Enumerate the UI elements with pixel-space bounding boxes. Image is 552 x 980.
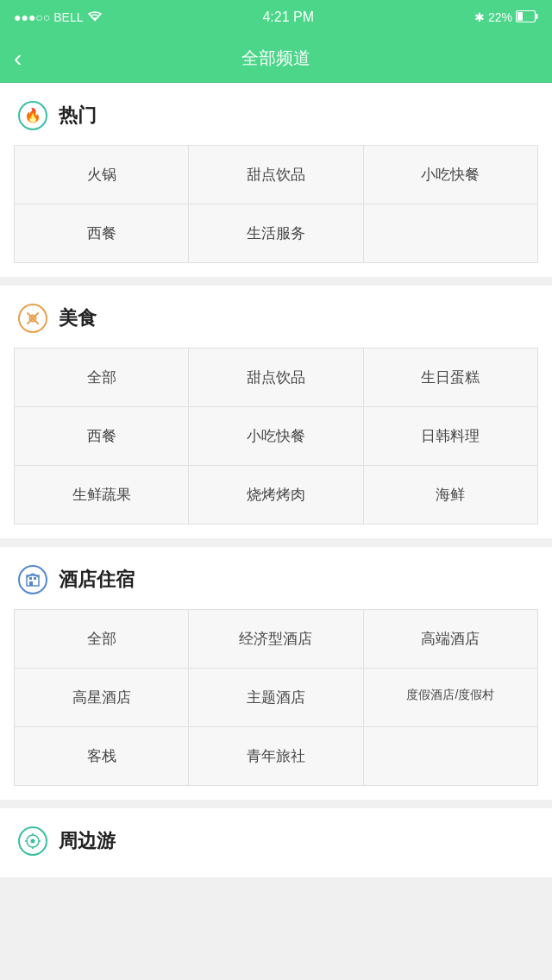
- section-hot-title: 热门: [59, 103, 97, 129]
- grid-item[interactable]: 生活服务: [189, 204, 362, 262]
- svg-text:🔥: 🔥: [24, 107, 41, 123]
- section-hotel-header: 酒店住宿: [0, 547, 552, 609]
- food-grid: 全部 甜点饮品 生日蛋糕 西餐 小吃快餐 日韩料理 生鲜蔬果 烧烤烤肉 海鲜: [14, 348, 538, 525]
- svg-rect-11: [29, 581, 33, 586]
- nearby-icon: [17, 826, 48, 857]
- grid-item[interactable]: 甜点饮品: [189, 349, 362, 406]
- grid-item[interactable]: 小吃快餐: [189, 407, 362, 465]
- section-food: 美食 全部 甜点饮品 生日蛋糕 西餐 小吃快餐 日韩料理 生鲜蔬果 烧烤烤肉 海…: [0, 286, 552, 538]
- grid-item[interactable]: 甜点饮品: [189, 146, 362, 204]
- signal-dots: ●●●○○: [14, 10, 50, 24]
- grid-item[interactable]: 主题酒店: [189, 669, 362, 726]
- section-hotel: 酒店住宿 全部 经济型酒店 高端酒店 高星酒店 主题酒店 度假酒店/度假村 客栈…: [0, 547, 552, 800]
- grid-item[interactable]: 客栈: [15, 727, 188, 785]
- grid-item[interactable]: 度假酒店/度假村: [364, 669, 537, 726]
- food-icon: [17, 303, 48, 334]
- section-nearby: 周边游: [0, 808, 552, 877]
- status-bar-time: 4:21 PM: [262, 9, 314, 25]
- grid-item[interactable]: 火锅: [15, 146, 188, 204]
- svg-rect-2: [518, 12, 523, 21]
- status-bar-left: ●●●○○ BELL: [14, 10, 103, 25]
- grid-item[interactable]: 生鲜蔬果: [15, 466, 188, 524]
- grid-item[interactable]: 生日蛋糕: [364, 349, 537, 406]
- grid-item[interactable]: 烧烤烤肉: [189, 466, 362, 524]
- hot-grid: 火锅 甜点饮品 小吃快餐 西餐 生活服务: [14, 145, 538, 263]
- section-food-title: 美食: [59, 305, 97, 331]
- status-bar-right: ✱ 22%: [474, 10, 538, 25]
- section-nearby-title: 周边游: [59, 828, 116, 854]
- section-hotel-title: 酒店住宿: [59, 567, 135, 593]
- svg-rect-13: [34, 577, 36, 580]
- hot-icon: 🔥: [17, 100, 48, 131]
- back-button[interactable]: ‹: [14, 45, 22, 72]
- hotel-icon: [17, 564, 48, 595]
- svg-point-22: [31, 839, 35, 844]
- nav-bar: ‹ 全部频道: [0, 35, 552, 83]
- wifi-icon: [87, 10, 103, 25]
- section-nearby-header: 周边游: [0, 808, 552, 870]
- battery-percent: 22%: [488, 10, 512, 24]
- page-title: 全部频道: [242, 47, 310, 70]
- grid-item[interactable]: 高端酒店: [364, 610, 537, 668]
- section-hot: 🔥 热门 火锅 甜点饮品 小吃快餐 西餐 生活服务: [0, 83, 552, 277]
- section-hot-header: 🔥 热门: [0, 83, 552, 145]
- grid-item[interactable]: 小吃快餐: [364, 146, 537, 204]
- grid-item[interactable]: 西餐: [15, 204, 188, 262]
- bluetooth-icon: ✱: [474, 10, 485, 24]
- carrier: BELL: [53, 10, 83, 24]
- grid-item[interactable]: 日韩料理: [364, 407, 537, 465]
- svg-point-9: [19, 566, 47, 594]
- section-food-header: 美食: [0, 286, 552, 348]
- grid-item[interactable]: 海鲜: [364, 466, 537, 524]
- grid-item[interactable]: 西餐: [15, 407, 188, 465]
- hotel-grid: 全部 经济型酒店 高端酒店 高星酒店 主题酒店 度假酒店/度假村 客栈 青年旅社: [14, 609, 538, 786]
- grid-item-empty: [364, 727, 537, 785]
- grid-item[interactable]: 全部: [15, 610, 188, 668]
- svg-rect-12: [29, 577, 32, 580]
- svg-rect-1: [536, 14, 538, 19]
- grid-item-empty: [364, 204, 537, 262]
- grid-item[interactable]: 青年旅社: [189, 727, 362, 785]
- battery-icon: [516, 10, 538, 25]
- grid-item[interactable]: 全部: [15, 349, 188, 406]
- grid-item[interactable]: 高星酒店: [15, 669, 188, 726]
- status-bar: ●●●○○ BELL 4:21 PM ✱ 22%: [0, 0, 552, 35]
- grid-item[interactable]: 经济型酒店: [189, 610, 362, 668]
